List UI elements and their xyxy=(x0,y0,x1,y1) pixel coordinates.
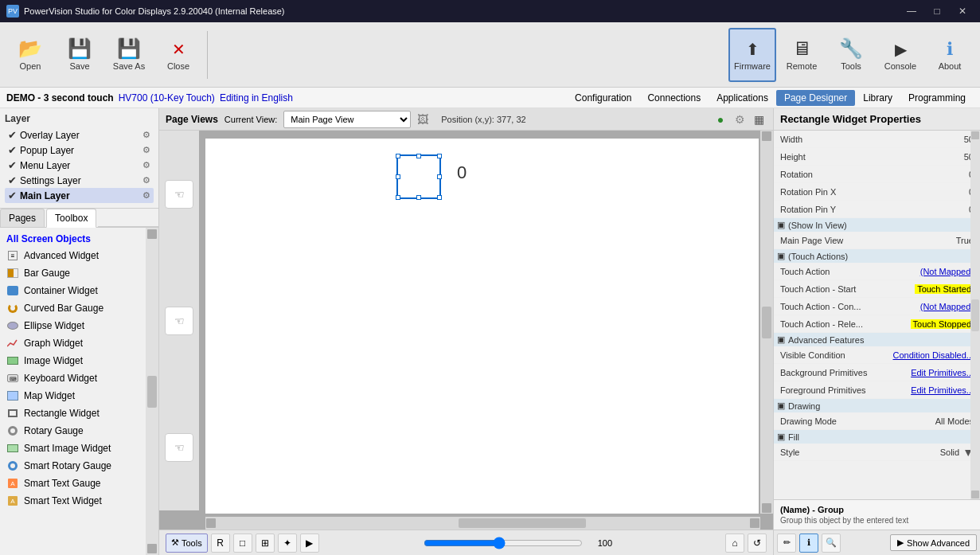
prop-touch-action-con-value[interactable]: (Not Mapped) xyxy=(920,302,974,311)
bt-tools-label[interactable]: ⚒ Tools xyxy=(166,534,208,553)
handle-tl[interactable] xyxy=(396,154,400,158)
toolbox-item-smart-rotary-gauge[interactable]: Smart Rotary Gauge xyxy=(0,457,146,475)
layer-main[interactable]: ✔ Main Layer ⚙ xyxy=(5,188,154,203)
toolbox-item-smart-text-widget[interactable]: A Smart Text Widget xyxy=(0,492,146,510)
minimize-button[interactable]: — xyxy=(900,3,923,19)
canvas-nav-down[interactable]: ☜ xyxy=(165,433,193,462)
current-view-select[interactable]: Main Page View xyxy=(283,111,411,128)
saveas-button[interactable]: Save As xyxy=(105,28,153,82)
pv-view-icon[interactable]: ▦ xyxy=(751,111,767,127)
overlay-label: Overlay Layer xyxy=(20,130,139,141)
about-button[interactable]: About xyxy=(926,28,974,82)
toolbox-item-ellipse-widget[interactable]: Ellipse Widget xyxy=(0,317,146,334)
prop-touch-action-value[interactable]: (Not Mapped) xyxy=(920,267,974,276)
prop-touch-action-rele-value[interactable]: Touch Stopped xyxy=(911,319,974,329)
firmware-button[interactable]: Firmware xyxy=(728,28,776,82)
menu-connections[interactable]: Connections xyxy=(639,90,709,106)
prop-style: Style Solid▼ xyxy=(774,444,980,461)
handle-ml[interactable] xyxy=(396,174,400,179)
section-show-in-view[interactable]: ▣ (Show In View) xyxy=(774,218,980,232)
bt-play-button[interactable]: ▶ xyxy=(300,534,319,553)
menu-page-designer[interactable]: Page Designer xyxy=(776,90,855,106)
section-advanced-features[interactable]: ▣ Advanced Features xyxy=(774,333,980,346)
bt-r-button[interactable]: R xyxy=(211,534,230,553)
canvas-container[interactable]: ☜ ☜ ☜ 0 xyxy=(159,131,773,530)
menu-configuration[interactable]: Configuration xyxy=(567,90,639,106)
demo-device[interactable]: HV700 (10-Key Touch) xyxy=(119,92,215,104)
layer-menu[interactable]: ✔ Menu Layer ⚙ xyxy=(5,158,154,173)
open-button[interactable]: Open xyxy=(6,28,54,82)
toolbox-item-map-widget[interactable]: Map Widget xyxy=(0,387,146,405)
canvas-nav-mid[interactable]: ☜ xyxy=(165,307,193,335)
menu-library[interactable]: Library xyxy=(855,90,900,106)
toolbox-item-keyboard-widget[interactable]: ⌨ Keyboard Widget xyxy=(0,369,146,387)
console-button[interactable]: Console xyxy=(877,28,924,82)
toolbox-item-smart-image-widget[interactable]: Smart Image Widget xyxy=(0,440,146,457)
handle-tc[interactable] xyxy=(416,154,421,158)
close-button[interactable]: ✕ xyxy=(951,3,974,19)
canvas-paper[interactable]: 0 xyxy=(205,139,759,514)
bt-home-button[interactable]: ⌂ xyxy=(725,534,744,553)
canvas-vscrollbar[interactable] xyxy=(760,131,773,514)
bt-grid-button[interactable]: ⊞ xyxy=(256,534,275,553)
ellipse-widget-label: Ellipse Widget xyxy=(24,320,84,331)
rotary-gauge-icon xyxy=(6,424,19,437)
prop-touch-action-start-value[interactable]: Touch Started xyxy=(915,284,974,294)
window-controls[interactable]: — □ ✕ xyxy=(900,3,974,19)
section-fill-icon: ▣ xyxy=(777,432,785,442)
rb-search-button[interactable]: 🔍 xyxy=(822,534,841,553)
section-drawing[interactable]: ▣ Drawing xyxy=(774,399,980,412)
prop-visible-condition: Visible Condition Condition Disabled... xyxy=(774,346,980,364)
rb-info-button[interactable]: ℹ xyxy=(799,534,818,553)
toolbox-item-bar-gauge[interactable]: Bar Gauge xyxy=(0,264,146,282)
handle-bl[interactable] xyxy=(396,195,400,200)
toolbox-item-rotary-gauge[interactable]: Rotary Gauge xyxy=(0,422,146,440)
tools-button[interactable]: Tools xyxy=(827,28,875,82)
prop-background-primitives-value[interactable]: Edit Primitives... xyxy=(911,368,974,377)
remote-button[interactable]: Remote xyxy=(778,28,826,82)
canvas-hscrollbar[interactable] xyxy=(205,517,760,530)
toolbox-item-advanced-widget[interactable]: ≡ Advanced Widget xyxy=(0,247,146,264)
tab-toolbox[interactable]: Toolbox xyxy=(46,209,96,228)
handle-tr[interactable] xyxy=(437,154,442,158)
canvas-nav-up[interactable]: ☜ xyxy=(165,180,193,209)
section-touch-actions[interactable]: ▣ (Touch Actions) xyxy=(774,249,980,263)
section-fill[interactable]: ▣ Fill xyxy=(774,430,980,444)
toolbox-item-curved-bar-gauge[interactable]: Curved Bar Gauge xyxy=(0,299,146,317)
handle-mr[interactable] xyxy=(437,174,442,179)
bt-refresh-button[interactable]: ↺ xyxy=(748,534,767,553)
pv-refresh-icon[interactable]: ● xyxy=(713,111,728,127)
maximize-button[interactable]: □ xyxy=(926,3,948,19)
selected-widget[interactable] xyxy=(396,154,441,199)
page-icon[interactable]: 🖼 xyxy=(417,113,428,126)
prop-foreground-primitives-value[interactable]: Edit Primitives... xyxy=(911,385,974,395)
prop-drawing-mode-value[interactable]: All Modes xyxy=(935,416,974,426)
pv-settings-icon[interactable]: ⚙ xyxy=(732,111,748,127)
layer-popup[interactable]: ✔ Popup Layer ⚙ xyxy=(5,143,154,158)
close-toolbar-button[interactable]: Close xyxy=(154,28,202,82)
layer-overlay[interactable]: ✔ Overlay Layer ⚙ xyxy=(5,127,154,143)
bt-star-button[interactable]: ✦ xyxy=(278,534,297,553)
bt-rect-button[interactable]: □ xyxy=(233,534,252,553)
prop-visible-condition-value[interactable]: Condition Disabled... xyxy=(892,350,974,360)
toolbox-item-container-widget[interactable]: Container Widget xyxy=(0,282,146,299)
handle-bc[interactable] xyxy=(416,195,421,200)
demo-editing[interactable]: Editing in English xyxy=(220,92,293,104)
show-advanced-button[interactable]: ▶ Show Advanced xyxy=(890,534,977,551)
toolbox-category-all[interactable]: All Screen Objects xyxy=(0,231,146,247)
toolbox-item-image-widget[interactable]: Image Widget xyxy=(0,352,146,369)
toolbox-item-rectangle-widget[interactable]: Rectangle Widget xyxy=(0,405,146,422)
menu-applications[interactable]: Applications xyxy=(709,90,776,106)
prop-style-value[interactable]: Solid▼ xyxy=(940,446,974,459)
toolbox-item-smart-text-gauge[interactable]: A Smart Text Gauge xyxy=(0,475,146,492)
toolbox-scrollbar[interactable] xyxy=(146,228,158,555)
save-button[interactable]: Save xyxy=(56,28,103,82)
menu-programming[interactable]: Programming xyxy=(900,90,974,106)
handle-br[interactable] xyxy=(437,195,442,200)
zoom-slider[interactable] xyxy=(424,537,583,549)
layer-settings[interactable]: ✔ Settings Layer ⚙ xyxy=(5,173,154,188)
rb-edit-button[interactable]: ✏ xyxy=(777,534,796,553)
toolbox-item-graph-widget[interactable]: Graph Widget xyxy=(0,334,146,352)
tab-pages[interactable]: Pages xyxy=(0,209,45,227)
right-panel-scrollbar[interactable] xyxy=(970,131,980,499)
